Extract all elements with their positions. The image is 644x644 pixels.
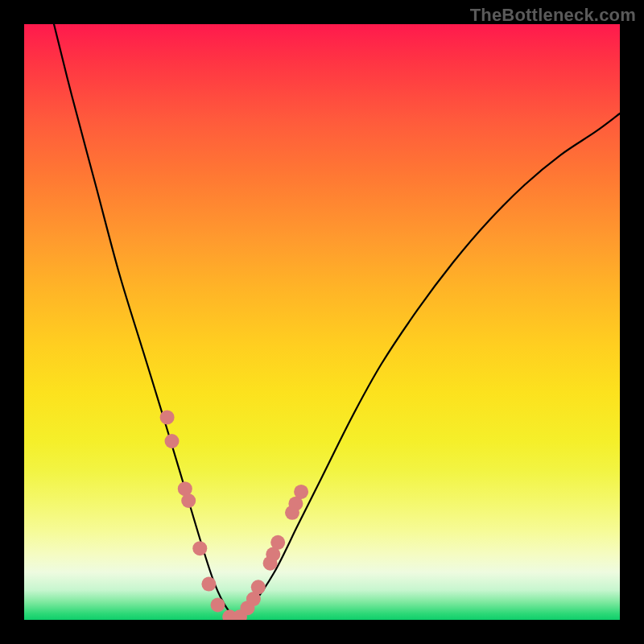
chart-frame: TheBottleneck.com xyxy=(0,0,644,644)
highlight-dot xyxy=(251,580,266,594)
highlight-dots xyxy=(160,410,309,620)
highlight-dot xyxy=(211,598,225,613)
highlight-dot xyxy=(294,485,308,499)
highlight-dot xyxy=(181,493,196,508)
highlight-dot xyxy=(165,434,180,448)
highlight-dot xyxy=(192,541,207,555)
highlight-dot xyxy=(201,577,216,592)
watermark-text: TheBottleneck.com xyxy=(470,5,636,26)
highlight-dot xyxy=(270,535,285,550)
highlight-dot xyxy=(160,410,175,424)
curve-svg xyxy=(24,24,620,620)
bottleneck-curve xyxy=(54,24,620,620)
plot-area xyxy=(24,24,620,620)
